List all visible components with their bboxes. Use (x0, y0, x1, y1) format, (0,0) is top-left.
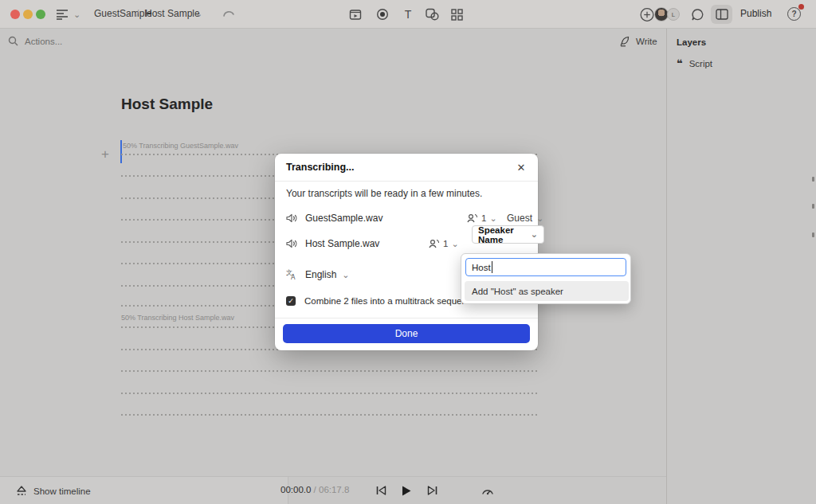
language-icon: 文A (286, 269, 297, 280)
text-tool-icon[interactable]: T (401, 7, 415, 21)
chevron-down-icon: ⌄ (342, 271, 349, 279)
done-button[interactable]: Done (283, 324, 530, 343)
notification-dot (798, 4, 804, 10)
total-time: 06:17.8 (319, 485, 349, 494)
actions-placeholder: Actions... (25, 37, 62, 46)
speaker-count-dropdown[interactable]: 1 ⌄ (429, 239, 459, 248)
placeholder-line (121, 370, 539, 372)
chevron-down-icon: ⌄ (536, 214, 543, 223)
file-row-host: Host Sample.wav 1 ⌄ Speaker Name ⌄ (286, 234, 527, 253)
actions-search[interactable]: Actions... (8, 36, 62, 46)
modal-title: Transcribing... (286, 162, 354, 173)
current-time: 00:00.0 (280, 485, 311, 494)
write-label: Write (636, 37, 657, 46)
language-row[interactable]: 文A English ⌄ (286, 265, 350, 284)
combine-label: Combine 2 files into a multitrack sequen… (304, 296, 477, 306)
time-separator: / (314, 485, 316, 494)
layer-item-script[interactable]: ❝ Script (677, 58, 712, 68)
comments-icon[interactable] (690, 7, 704, 21)
combine-checkbox[interactable]: ✓ (286, 296, 296, 306)
sync-spinner-icon (222, 7, 236, 21)
transcribing-status-guest: 50% Transcribing GuestSample.wav (123, 142, 238, 150)
scrollbar-tick (812, 232, 814, 237)
titlebar: ⌄ GuestSample / Host Sample ⌄ T L Publis… (0, 0, 816, 29)
breadcrumb-project[interactable]: GuestSample (94, 8, 152, 19)
speaker-count-value: 1 (443, 239, 448, 248)
window-close-light[interactable] (10, 10, 20, 19)
breadcrumb-doc[interactable]: Host Sample (145, 8, 200, 19)
transcribing-modal: Transcribing... ✕ Your transcripts will … (275, 154, 538, 350)
modal-divider (275, 318, 538, 318)
layer-item-label: Script (689, 59, 712, 68)
record-icon[interactable] (375, 7, 390, 21)
breadcrumb-chevron-icon[interactable]: ⌄ (195, 10, 202, 18)
language-value: English (305, 269, 336, 280)
chevron-down-icon: ⌄ (451, 240, 458, 248)
skip-back-icon[interactable] (372, 482, 390, 499)
speaker-count-dropdown[interactable]: 1 ⌄ (467, 213, 497, 223)
layers-panel: Layers ❝ Script (666, 29, 816, 504)
insert-block-button[interactable]: + (101, 147, 109, 162)
speaker-count-value: 1 (481, 213, 486, 223)
file-name: GuestSample.wav (305, 213, 382, 224)
speaker-name-dropdown-panel: Add "Host" as speaker (461, 253, 631, 304)
text-caret (120, 140, 122, 163)
transcribing-status-host: 50% Transcribing Host Sample.wav (121, 314, 234, 322)
input-caret (492, 261, 492, 273)
audio-file-icon (286, 239, 297, 248)
placeholder-line (121, 414, 539, 416)
speaker-select-guest[interactable]: Guest ⌄ (507, 213, 543, 224)
transport-bar: Show timeline 00:00.0 / 06:17.8 (0, 476, 666, 504)
timeline-eject-icon (16, 486, 27, 496)
quote-icon: ❝ (677, 58, 683, 68)
person-speaking-icon (429, 239, 440, 248)
chevron-down-icon: ⌄ (489, 214, 496, 223)
close-icon[interactable]: ✕ (514, 160, 528, 174)
shapes-icon[interactable] (425, 7, 439, 21)
project-menu-button[interactable]: ⌄ (56, 5, 80, 24)
chevron-down-icon: ⌄ (531, 230, 538, 239)
person-speaking-icon (467, 213, 478, 223)
show-timeline-label: Show timeline (33, 486, 91, 496)
sidebar-toggle-button[interactable] (711, 5, 732, 24)
timecode: 00:00.0 / 06:17.8 (280, 485, 349, 494)
add-speaker-suggestion[interactable]: Add "Host" as speaker (465, 281, 629, 301)
speaker-name-value: Speaker Name (478, 225, 531, 244)
collaborator-avatar[interactable]: L (667, 8, 680, 21)
svg-text:A: A (291, 274, 296, 280)
audio-file-icon (286, 213, 297, 223)
layouts-grid-icon[interactable] (449, 7, 464, 21)
playback-speed-icon[interactable] (479, 482, 496, 499)
publish-button[interactable]: Publish (740, 8, 771, 19)
skip-forward-icon[interactable] (423, 482, 441, 499)
chevron-down-icon: ⌄ (73, 10, 80, 19)
add-collaborator-icon[interactable] (640, 7, 654, 21)
show-timeline-button[interactable]: Show timeline (0, 477, 288, 504)
modal-header: Transcribing... ✕ (275, 154, 538, 182)
write-button[interactable]: Write (619, 36, 657, 47)
project-menu-icon (56, 9, 69, 20)
speaker-value: Guest (507, 213, 532, 224)
help-icon[interactable]: ? (787, 7, 801, 21)
scrollbar-tick (812, 177, 814, 182)
quill-icon (619, 36, 630, 47)
placeholder-line (121, 393, 539, 394)
play-button-icon[interactable] (398, 482, 415, 499)
sidebar-toggle-icon (716, 9, 728, 20)
speaker-name-dropdown-button[interactable]: Speaker Name ⌄ (472, 225, 544, 244)
modal-subtitle: Your transcripts will be ready in a few … (286, 188, 482, 199)
combine-row: ✓ Combine 2 files into a multitrack sequ… (286, 291, 477, 311)
media-library-icon[interactable] (348, 7, 363, 21)
file-name: Host Sample.wav (305, 238, 379, 249)
document-title[interactable]: Host Sample (121, 96, 213, 113)
breadcrumb-separator: / (136, 8, 139, 19)
window-minimize-light[interactable] (23, 10, 33, 19)
layers-panel-title: Layers (677, 37, 706, 47)
speaker-name-input[interactable] (465, 258, 626, 276)
search-icon (8, 36, 18, 46)
scrollbar-tick (812, 204, 814, 209)
window-zoom-light[interactable] (36, 10, 45, 19)
